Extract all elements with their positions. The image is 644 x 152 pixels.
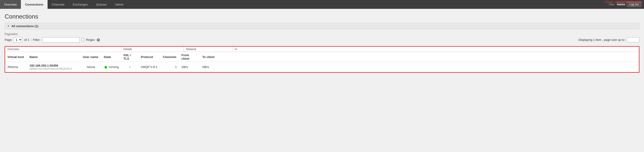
section-network: Network [184, 47, 232, 52]
conn-name-secondary: rabbitConnectionFactory#29526c05:0 [30, 67, 78, 70]
user-info: User heima [609, 3, 625, 6]
cell-virtual-host: /itheima [5, 65, 27, 69]
regex-label: Regex [86, 38, 95, 42]
section-title: All connections (1) [11, 24, 38, 28]
cell-ssl: ○ [121, 65, 138, 69]
pagination-label: Pagination [5, 32, 639, 36]
tab-connections[interactable]: Connections [21, 0, 48, 9]
user-name: heima [617, 3, 625, 6]
nav-bar: Overview Connections Channels Exchanges … [0, 0, 644, 9]
display-text: Displaying 1 item , page size up to: [578, 38, 625, 42]
state-text: running [109, 65, 119, 69]
cluster-info: Cluster rabbit@32743bcfe0da [605, 0, 642, 3]
tab-admin[interactable]: Admin [111, 0, 128, 9]
display-info: Displaying 1 item , page size up to: 100 [578, 37, 639, 42]
col-header-state: State [102, 55, 121, 59]
col-header-ssl: SSL / TLS [121, 53, 138, 61]
col-header-from-client: From client [179, 53, 200, 61]
cell-protocol: AMQP 0-9-1 [138, 65, 160, 69]
main-content: Connections ▼ All connections (1) Pagina… [0, 9, 644, 77]
cell-to-client: 0iB/s [200, 65, 218, 69]
col-header-name: Name [27, 55, 80, 59]
section-arrow-icon: ▼ [7, 25, 10, 28]
cluster-label: Cluster [605, 0, 614, 3]
cell-from-client: 2iB/s [179, 65, 200, 69]
cluster-value: rabbit@32743bcfe0da [616, 0, 642, 3]
section-overview: Overview [5, 47, 121, 52]
cell-channels: 1 [160, 65, 179, 69]
section-details: Details [121, 47, 184, 52]
section-header: ▼ All connections (1) [5, 23, 639, 29]
page-size-input[interactable]: 100 [626, 37, 639, 42]
connections-table: Overview Details Network +/- Virtual hos… [5, 46, 639, 73]
of-text: of 1 [24, 38, 29, 42]
page-title: Connections [5, 13, 639, 20]
user-label: User [609, 3, 614, 6]
col-header-channels: Channels [160, 55, 179, 59]
regex-help-icon[interactable]: ? [97, 38, 100, 42]
table-row: /itheima 192.168.200.1:50456 rabbitConne… [5, 62, 639, 72]
table-section-headers: Overview Details Network +/- [5, 47, 639, 52]
regex-checkbox[interactable] [82, 38, 84, 41]
section-actions[interactable]: +/- [232, 47, 240, 52]
col-header-virtual-host: Virtual host [5, 55, 27, 59]
pagination-row: Page 1 of 1 - Filter: Regex ? Displaying… [5, 37, 639, 42]
col-header-to-client: To client [200, 55, 218, 59]
cell-state: running [102, 65, 121, 69]
filter-input[interactable] [42, 37, 80, 42]
cell-name: 192.168.200.1:50456 rabbitConnectionFact… [27, 63, 80, 70]
tab-queues[interactable]: Queues [92, 0, 111, 9]
conn-name-primary[interactable]: 192.168.200.1:50456 [30, 64, 58, 67]
page-label: Page [5, 38, 12, 42]
table-column-headers: Virtual host Name User name State SSL / … [5, 52, 639, 62]
cell-username: heima [80, 65, 102, 69]
col-header-username: User name [80, 55, 102, 59]
page-select[interactable]: 1 [14, 37, 22, 42]
status-dot-icon [105, 66, 107, 68]
tab-channels[interactable]: Channels [48, 0, 69, 9]
tab-exchanges[interactable]: Exchanges [69, 0, 92, 9]
col-header-protocol: Protocol [138, 55, 160, 59]
filter-label: - Filter: [31, 38, 40, 42]
tab-overview[interactable]: Overview [0, 0, 21, 9]
